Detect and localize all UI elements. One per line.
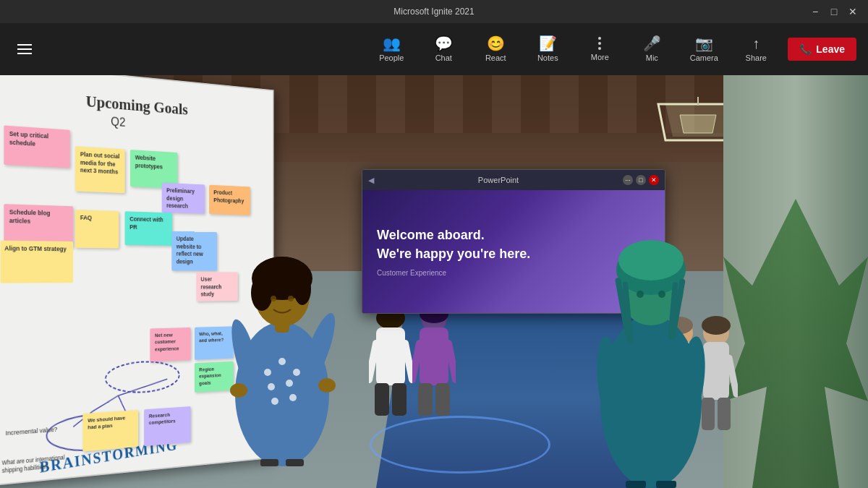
svg-point-46 (289, 394, 297, 401)
sticky-update-website: Update website to reflect new design (171, 231, 217, 271)
svg-rect-24 (435, 383, 450, 416)
svg-line-14 (369, 343, 376, 380)
virtual-world-bg: BRAINSTORMING Incremental value? What ar… (0, 75, 868, 488)
minimize-button[interactable]: − (809, 5, 822, 18)
svg-point-57 (230, 383, 247, 398)
svg-rect-20 (420, 328, 448, 385)
sticky-set-up-critical: Set up critical schedule (4, 125, 69, 168)
toolbar-left (12, 36, 38, 62)
ppt-window-title: PowerPoint (478, 176, 519, 184)
svg-rect-17 (392, 383, 407, 416)
nav-more[interactable]: More (574, 23, 626, 75)
notes-label: Notes (537, 53, 558, 62)
observer-avatar (579, 163, 723, 488)
nav-chat[interactable]: Chat (417, 23, 469, 75)
right-wall (723, 75, 868, 488)
share-label: Share (746, 53, 767, 62)
share-icon (752, 36, 760, 51)
svg-point-45 (271, 398, 278, 405)
svg-point-69 (637, 291, 644, 298)
notes-icon (539, 36, 557, 51)
sticky-faq: FAQ (75, 210, 119, 248)
carpet-circle (370, 416, 550, 474)
svg-rect-13 (376, 328, 405, 385)
camera-label: Camera (690, 53, 718, 62)
toolbar-nav: People Chat React Notes More (365, 23, 856, 75)
plant (723, 199, 868, 488)
svg-point-41 (278, 358, 286, 365)
sticky-research: Research competitors (144, 406, 190, 446)
more-icon (598, 37, 601, 50)
sticky-connect-pr: Connect with PR (125, 211, 173, 246)
sticky-align-gtm: Align to GTM strategy (1, 240, 74, 283)
avatar-bg-2 (412, 300, 456, 416)
titlebar-title: Microsoft Ignite 2021 (393, 7, 474, 17)
titlebar-controls[interactable]: − □ ✕ (809, 5, 859, 18)
nav-react[interactable]: React (469, 23, 522, 75)
svg-point-53 (271, 296, 276, 301)
sticky-net-new: Net new customer experience (150, 328, 190, 362)
svg-point-64 (618, 240, 684, 281)
react-label: React (485, 53, 506, 62)
chat-label: Chat (435, 53, 452, 62)
svg-rect-59 (260, 459, 278, 466)
nav-share[interactable]: Share (730, 23, 782, 75)
sticky-plan-social: Plan out social media for the next 3 mon… (75, 146, 125, 193)
people-icon (383, 36, 401, 51)
camera-icon (695, 36, 713, 51)
ppt-welcome-line2: We're happy you're here. (377, 245, 530, 263)
svg-point-43 (268, 383, 275, 390)
menu-button[interactable] (12, 36, 38, 62)
svg-point-44 (286, 380, 293, 387)
svg-line-21 (412, 343, 420, 380)
maximize-button[interactable]: □ (827, 5, 841, 18)
svg-rect-23 (418, 383, 433, 416)
nav-notes[interactable]: Notes (522, 23, 574, 75)
people-label: People (379, 53, 404, 62)
mic-label: Mic (646, 53, 658, 62)
main-content: BRAINSTORMING Incremental value? What ar… (0, 75, 868, 488)
svg-text:Incremental value?: Incremental value? (6, 426, 58, 437)
nav-people[interactable]: People (365, 23, 417, 75)
react-icon (487, 36, 505, 51)
leave-label: Leave (816, 43, 845, 55)
close-button[interactable]: ✕ (846, 5, 859, 18)
sticky-prelim-design: Preliminary design research (162, 183, 205, 214)
avatar-bg-1 (369, 300, 412, 416)
ppt-subtitle: Customer Experience (377, 269, 530, 277)
titlebar: Microsoft Ignite 2021 − □ ✕ (0, 0, 868, 23)
nav-camera[interactable]: Camera (678, 23, 730, 75)
svg-line-2 (118, 379, 167, 395)
svg-line-36 (729, 358, 736, 394)
phone-icon: 📞 (799, 43, 812, 55)
presenter-avatar (217, 177, 347, 466)
svg-rect-73 (626, 481, 646, 488)
toolbar: People Chat React Notes More (0, 23, 868, 75)
svg-rect-16 (375, 383, 389, 416)
svg-rect-74 (656, 481, 676, 488)
mic-icon (643, 36, 661, 51)
ppt-welcome-line1: Welcome aboard. (377, 226, 530, 244)
svg-point-42 (293, 369, 300, 376)
svg-line-22 (448, 343, 456, 380)
svg-point-54 (288, 296, 294, 301)
more-label: More (591, 53, 609, 61)
leave-button[interactable]: 📞 Leave (788, 38, 856, 61)
svg-point-40 (264, 369, 271, 376)
chat-icon (435, 36, 453, 51)
svg-point-6 (106, 360, 179, 394)
whiteboard-subtitle: Q2 (111, 114, 125, 129)
sticky-should-have: We should have had a plan (82, 410, 138, 452)
svg-point-70 (658, 291, 665, 298)
svg-rect-60 (286, 459, 304, 466)
svg-point-52 (257, 257, 307, 288)
svg-line-1 (93, 395, 118, 411)
svg-point-58 (318, 378, 336, 393)
svg-line-15 (405, 343, 412, 380)
nav-mic[interactable]: Mic (626, 23, 678, 75)
